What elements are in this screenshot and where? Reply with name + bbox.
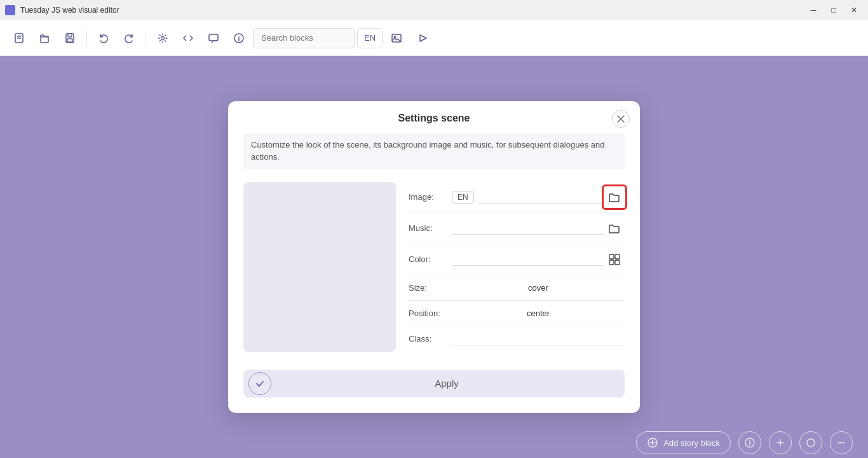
image-preview bbox=[243, 182, 396, 352]
confirm-button[interactable] bbox=[248, 372, 271, 395]
image-button[interactable] bbox=[385, 27, 408, 50]
plus-bottom-button[interactable] bbox=[769, 431, 792, 454]
image-label: Image: bbox=[409, 192, 452, 202]
position-field-row: Position: center bbox=[409, 301, 625, 326]
save-button[interactable] bbox=[58, 27, 81, 50]
separator-1 bbox=[86, 31, 87, 46]
titlebar: Tuesday JS web visual editor ─ □ ✕ bbox=[0, 0, 868, 20]
music-browse-button[interactable] bbox=[604, 218, 625, 239]
minimize-button[interactable]: ─ bbox=[804, 4, 822, 17]
app-title: Tuesday JS web visual editor bbox=[20, 6, 799, 15]
toolbar: EN bbox=[0, 20, 868, 56]
class-input[interactable] bbox=[452, 333, 625, 345]
color-label: Color: bbox=[409, 254, 452, 264]
search-input[interactable] bbox=[253, 28, 355, 48]
fields-section: Image: EN Music: bbox=[409, 182, 625, 352]
svg-point-12 bbox=[394, 36, 396, 38]
size-value: cover bbox=[452, 283, 625, 293]
separator-2 bbox=[146, 31, 146, 46]
music-label: Music: bbox=[409, 223, 452, 233]
class-input-area bbox=[452, 333, 625, 345]
play-button[interactable] bbox=[410, 27, 433, 50]
color-picker-button[interactable] bbox=[604, 249, 625, 270]
new-button[interactable] bbox=[8, 27, 31, 50]
svg-marker-13 bbox=[420, 35, 426, 41]
bottom-bar: Add story block bbox=[0, 427, 868, 458]
modal-header: Settings scene bbox=[228, 101, 640, 133]
maximize-button[interactable]: □ bbox=[825, 4, 843, 17]
size-label: Size: bbox=[409, 283, 452, 293]
undo-button[interactable] bbox=[92, 27, 115, 50]
settings-button[interactable] bbox=[151, 27, 174, 50]
image-browse-button[interactable] bbox=[604, 187, 625, 207]
svg-rect-19 bbox=[615, 260, 620, 265]
music-field-row: Music: bbox=[409, 213, 625, 244]
image-input-area: EN bbox=[452, 191, 604, 204]
svg-rect-7 bbox=[209, 34, 218, 41]
redo-button[interactable] bbox=[118, 27, 140, 50]
image-field-row: Image: EN bbox=[409, 182, 625, 213]
size-field-row: Size: cover bbox=[409, 275, 625, 301]
class-label: Class: bbox=[409, 334, 452, 344]
close-button[interactable]: ✕ bbox=[845, 4, 863, 17]
color-input-area bbox=[452, 253, 604, 266]
size-input-area: cover bbox=[452, 283, 625, 293]
position-value: center bbox=[452, 309, 625, 318]
music-input-area bbox=[452, 222, 604, 235]
open-button[interactable] bbox=[33, 27, 56, 50]
position-label: Position: bbox=[409, 309, 452, 318]
comment-button[interactable] bbox=[202, 27, 225, 50]
svg-rect-16 bbox=[609, 254, 614, 259]
image-lang-badge[interactable]: EN bbox=[452, 191, 474, 204]
info-button[interactable] bbox=[227, 27, 250, 50]
window-controls: ─ □ ✕ bbox=[804, 4, 863, 17]
music-input[interactable] bbox=[452, 222, 604, 235]
app-icon bbox=[5, 5, 15, 15]
main-area: Settings scene Customize the look of the… bbox=[0, 56, 868, 458]
svg-point-10 bbox=[238, 36, 240, 37]
add-story-label: Add story block bbox=[663, 438, 720, 448]
modal-title: Settings scene bbox=[398, 113, 470, 124]
color-field-row: Color: bbox=[409, 244, 625, 275]
apply-area: Apply bbox=[243, 370, 625, 398]
apply-button[interactable]: Apply bbox=[271, 372, 622, 395]
code-button[interactable] bbox=[177, 27, 200, 50]
svg-rect-17 bbox=[615, 254, 620, 259]
svg-rect-18 bbox=[609, 260, 614, 265]
svg-point-25 bbox=[749, 440, 750, 441]
modal-description: Customize the look of the scene, its bac… bbox=[243, 133, 625, 169]
svg-point-28 bbox=[807, 439, 815, 447]
info-bottom-button[interactable] bbox=[738, 431, 761, 454]
svg-point-6 bbox=[161, 36, 165, 39]
language-selector[interactable]: EN bbox=[357, 28, 383, 48]
position-input-area: center bbox=[452, 309, 625, 318]
modal-close-button[interactable] bbox=[612, 110, 630, 128]
circle-bottom-button[interactable] bbox=[799, 431, 822, 454]
modal-overlay: Settings scene Customize the look of the… bbox=[0, 56, 868, 458]
class-field-row: Class: bbox=[409, 326, 625, 352]
modal-body: Image: EN Music: bbox=[228, 169, 640, 364]
add-story-button[interactable]: Add story block bbox=[636, 431, 731, 454]
svg-rect-5 bbox=[67, 39, 72, 42]
image-input[interactable] bbox=[478, 191, 604, 204]
color-input[interactable] bbox=[452, 253, 604, 266]
modal-footer: Apply bbox=[228, 364, 640, 413]
minus-bottom-button[interactable] bbox=[830, 431, 853, 454]
settings-scene-modal: Settings scene Customize the look of the… bbox=[228, 101, 640, 412]
